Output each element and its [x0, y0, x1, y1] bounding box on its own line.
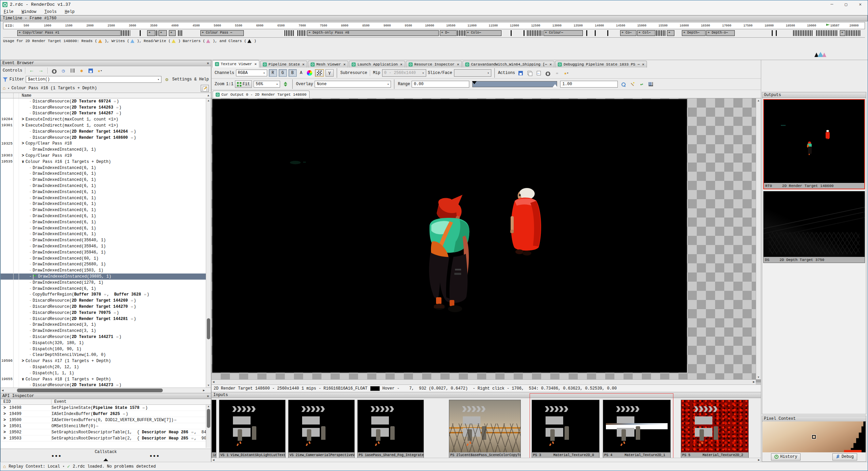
event-row[interactable]: DrawIndexedInstanced(35946, 1) — [1, 243, 211, 249]
timeline-pass-block[interactable] — [156, 30, 158, 36]
timeline-pass-block[interactable]: + Colour⋯ — [544, 30, 583, 36]
document-tab[interactable]: Launch Application ✕ — [349, 61, 405, 68]
api-call-row[interactable]: >19500 IASetVertexBuffers(0, D3D12_VERTE… — [1, 417, 211, 423]
event-row[interactable]: DrawIndexedInstanced(6, 1) — [1, 195, 211, 201]
debug-button[interactable]: Debug — [832, 453, 857, 460]
timeline-pass-block[interactable]: + Depth⋯ — [682, 30, 706, 36]
timeline-pass-block[interactable] — [527, 30, 542, 36]
close-panel-icon[interactable]: ✕ — [207, 61, 209, 66]
document-tab[interactable]: Mesh Viewer ✕ — [308, 61, 348, 68]
resource-link-icon[interactable] — [142, 406, 145, 410]
tree-toggle-icon[interactable]: ∨ — [22, 377, 24, 382]
event-row[interactable]: 19535 ∨Colour Pass #16 (1 Targets + Dept… — [1, 159, 211, 165]
scroll-left-icon[interactable]: ◀ — [213, 380, 214, 384]
resource-link-icon[interactable] — [113, 310, 117, 315]
scroll-up-icon[interactable]: ▲ — [208, 405, 210, 408]
close-tab-icon[interactable]: ✕ — [343, 62, 346, 67]
event-row[interactable]: 19284 >ExecuteIndirect(maxCount 1, count… — [1, 116, 211, 123]
close-panel-icon[interactable]: ✕ — [207, 394, 209, 399]
slice-face-select[interactable]: ▾ — [454, 69, 491, 77]
tree-toggle-icon[interactable]: > — [3, 436, 6, 441]
range-white-point-handle[interactable] — [553, 82, 557, 87]
timeline-pass-block[interactable] — [524, 30, 525, 36]
event-list-hscrollbar[interactable]: ◀ ▶ — [1, 388, 211, 393]
timeline-pass-block[interactable]: + Col⋯ — [637, 30, 655, 36]
resource-link-icon[interactable] — [130, 317, 134, 321]
save-texture-icon[interactable] — [517, 70, 524, 76]
event-row[interactable]: DrawIndexedInstanced(25680, 1) — [1, 262, 211, 268]
eid-column-header[interactable]: EID — [1, 399, 52, 404]
callstack-section[interactable]: Callstack ●●● ●●● — [1, 449, 211, 462]
api-call-row[interactable]: >19501 OMSetStencilRef(0) — [1, 423, 211, 429]
fit-button[interactable]: Fit — [235, 80, 252, 88]
zoom-range-icon[interactable] — [619, 81, 627, 88]
timeline-pass-block[interactable] — [284, 30, 295, 36]
settings-help-link[interactable]: Settings & Help — [172, 77, 209, 82]
channels-select[interactable]: RGBA▾ — [236, 70, 267, 76]
time-events-icon[interactable]: ◷ — [60, 67, 67, 74]
menu-item[interactable]: File — [4, 10, 14, 14]
texture-viewport[interactable]: ▲ ▼ ◀ ▶ — [212, 98, 761, 384]
tree-toggle-icon[interactable]: > — [22, 117, 24, 122]
event-row[interactable]: Dispatch(320, 180, 1) — [1, 340, 211, 346]
close-tab-icon[interactable]: ✕ — [400, 62, 402, 67]
timeline-pass-block[interactable]: + — [147, 30, 155, 36]
chevron-down-icon[interactable]: ▾ — [63, 465, 64, 468]
maximize-button[interactable]: ▢ — [845, 2, 847, 7]
scroll-right-icon[interactable]: ▶ — [753, 380, 755, 384]
event-row[interactable]: DrawIndexedInstanced(6, 1) — [1, 225, 211, 231]
event-row[interactable]: DrawIndexedInstanced(39885, 1) — [1, 274, 211, 280]
tree-toggle-icon[interactable]: > — [3, 418, 6, 422]
find-texture-icon[interactable] — [544, 70, 552, 76]
event-row[interactable]: DiscardResource(2D Render Target 144269 … — [1, 298, 211, 304]
event-row[interactable]: Dispatch(20, 12, 1) — [1, 364, 211, 370]
checkerboard-background-button[interactable] — [315, 69, 324, 77]
current-output-tab[interactable]: Cur Output 0 - 2D Render Target 148600 — [213, 91, 310, 98]
favourites-icon[interactable]: ★▾ — [96, 67, 104, 74]
resource-link-icon[interactable] — [174, 418, 177, 422]
event-row[interactable]: DrawIndexedInstanced(6, 1) — [1, 231, 211, 238]
filter-input[interactable]: $action() ▾ — [26, 76, 161, 83]
event-list-vscrollbar[interactable]: ▲ ▼ — [206, 98, 211, 388]
resource-link-icon[interactable] — [130, 129, 134, 134]
resource-link-icon[interactable] — [143, 292, 147, 297]
red-channel-button[interactable]: R — [269, 69, 277, 77]
timeline-pass-block[interactable] — [121, 30, 130, 36]
close-tab-icon[interactable]: ✕ — [302, 62, 304, 67]
scroll-down-icon[interactable]: ▼ — [206, 384, 211, 387]
close-tab-icon[interactable]: ✕ — [254, 62, 257, 66]
timeline-pass-block[interactable] — [816, 30, 838, 36]
chevron-down-icon[interactable]: ▾ — [158, 78, 159, 81]
event-row[interactable]: DrawIndexedInstanced(35640, 1) — [1, 237, 211, 243]
tree-toggle-icon[interactable]: > — [3, 406, 6, 410]
scroll-left-icon[interactable]: ◀ — [2, 389, 3, 392]
overlay-select[interactable]: None▾ — [315, 81, 391, 88]
expand-callstack-icon[interactable] — [103, 458, 108, 461]
bookmark-asterisk-icon[interactable]: ✱ — [78, 67, 85, 74]
hscroll-thumb[interactable] — [17, 389, 163, 392]
resource-link-icon[interactable] — [116, 105, 119, 110]
event-row[interactable]: DrawIndexedInstanced(6, 1) — [1, 189, 211, 195]
chevron-down-icon[interactable]: ▾ — [7, 87, 9, 90]
autofit-wand-icon[interactable] — [629, 81, 636, 88]
input-texture-thumbnail[interactable]: PS 2lucentBasePass_SceneColorCopyTex — [449, 400, 521, 458]
timeline-pass-block[interactable] — [511, 30, 512, 36]
resource-link-icon[interactable] — [122, 412, 126, 416]
alpha-channel-button[interactable]: A — [298, 71, 304, 75]
resource-link-icon[interactable] — [553, 70, 561, 76]
scroll-up-icon[interactable]: ▲ — [206, 99, 211, 102]
tree-toggle-icon[interactable]: > — [22, 153, 24, 158]
timeline-pass-block[interactable] — [793, 30, 813, 36]
step-back-icon[interactable]: ← — [28, 67, 36, 74]
zoom-select[interactable]: 56%▾ — [254, 81, 280, 88]
scroll-right-icon[interactable]: ▶ — [758, 458, 760, 462]
tree-toggle-icon[interactable]: > — [3, 412, 6, 416]
timeline-ruler[interactable]: EID: 50010001500200025003000350040004500… — [3, 22, 865, 29]
home-icon[interactable]: ⌂ — [3, 86, 5, 91]
event-row[interactable]: DrawIndexedInstanced(1503, 1) — [1, 267, 211, 274]
timeline-pass-block[interactable] — [595, 30, 596, 36]
timeline-passes[interactable]: + Copy/Clear Pass #1++++ Colour Pass ⋯+ … — [3, 30, 865, 37]
resource-link-icon[interactable] — [103, 292, 107, 297]
api-call-row[interactable]: >19499 IASetIndexBuffer(Buffer 2625 ) — [1, 411, 211, 417]
close-tab-icon[interactable]: ✕ — [550, 62, 552, 67]
